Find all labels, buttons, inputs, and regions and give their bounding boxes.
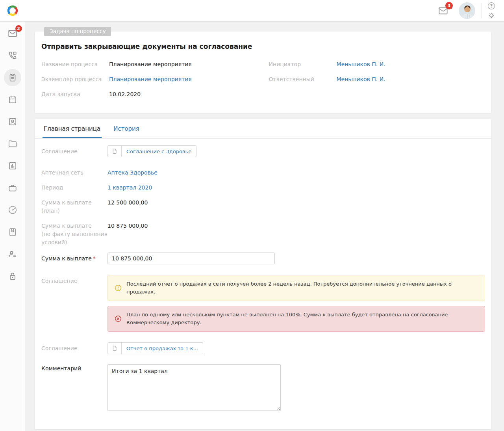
row-comment: Комментарий Итоги за 1 квартал (41, 364, 485, 413)
required-mark: * (93, 255, 96, 262)
bar-chart-icon (7, 161, 18, 171)
row-pharmacy-network: Аптечная сеть Аптека Здоровье (41, 169, 485, 177)
row-alerts: Соглашение Последний отчет о продажах в … (41, 275, 485, 332)
phone-chat-icon (7, 50, 18, 61)
gear-icon (487, 11, 495, 19)
warning-alert: Последний отчет о продажах в сети получе… (107, 275, 485, 301)
field-label: Сумма к выплате (план) (41, 199, 107, 215)
field-label: Сумма к выплате* (41, 253, 107, 264)
field-label: Комментарий (41, 364, 107, 413)
document-chip-label: Соглашение с Здоровье (122, 146, 196, 157)
lock-icon (7, 271, 18, 281)
sidebar-item-reports[interactable] (4, 157, 21, 175)
process-instance-link[interactable]: Планирование мероприятия (109, 75, 192, 84)
row-amount-input: Сумма к выплате* (41, 253, 485, 264)
sidebar-item-assignments[interactable] (4, 245, 21, 263)
task-header-card: Задача по процессу Отправить закрывающие… (35, 32, 491, 113)
briefcase-icon (7, 183, 18, 193)
report-document-chip[interactable]: Отчет о продажах за 1 к... (107, 342, 203, 354)
contact-card-icon (7, 117, 18, 127)
field-start-date: Дата запуска 10.02.2020 (41, 90, 263, 99)
sidebar-item-kpi[interactable] (4, 201, 21, 219)
field-label: Название процесса (41, 60, 109, 69)
sidebar: 3 (0, 22, 25, 431)
amount-plan-value: 12 500 000,00 (107, 199, 485, 215)
task-type-badge: Задача по процессу (44, 27, 111, 36)
row-amount-fact: Сумма к выплате (по факту выполнения усл… (41, 222, 485, 247)
sidebar-item-contacts[interactable] (4, 113, 21, 130)
topbar: 3 ? (0, 0, 504, 22)
field-label: Экземпляр процесса (41, 75, 109, 84)
settings-button[interactable] (487, 11, 495, 19)
comment-textarea[interactable]: Итоги за 1 квартал (107, 364, 281, 411)
app-logo-icon[interactable] (6, 4, 19, 17)
messages-button[interactable]: 3 (438, 6, 448, 16)
document-icon (108, 146, 122, 157)
field-label: Инициатор (269, 60, 337, 69)
field-label: Соглашение (41, 342, 107, 354)
sidebar-item-knowledge[interactable] (4, 223, 21, 241)
warning-icon (114, 284, 122, 292)
document-icon (108, 343, 122, 354)
user-list-icon (7, 249, 18, 259)
field-label: Сумма к выплате (по факту выполнения усл… (41, 222, 107, 247)
document-chip-label: Отчет о продажах за 1 к... (122, 343, 203, 354)
folder-icon (7, 139, 18, 149)
error-alert: План по одному или нескольким пунктам не… (107, 306, 485, 332)
sidebar-item-calls[interactable] (4, 47, 21, 64)
field-label: Аптечная сеть (41, 169, 107, 177)
row-period: Период 1 квартал 2020 (41, 184, 485, 192)
field-label: Соглашение (41, 145, 107, 157)
main-content: Задача по процессу Отправить закрывающие… (25, 22, 504, 431)
field-label: Соглашение (41, 275, 107, 332)
error-text: План по одному или нескольким пунктам не… (126, 311, 478, 327)
sidebar-item-calendar[interactable] (4, 91, 21, 108)
help-icon[interactable]: ? (488, 2, 495, 9)
messages-count-badge: 3 (445, 2, 453, 9)
topbar-divider (482, 3, 482, 18)
pharmacy-network-link[interactable]: Аптека Здоровье (107, 169, 158, 176)
mail-count-badge: 3 (15, 25, 22, 32)
responsible-link[interactable]: Меньшиков П. И. (337, 75, 385, 84)
field-label: Дата запуска (41, 90, 109, 99)
agreement-document-chip[interactable]: Соглашение с Здоровье (107, 145, 196, 157)
task-body-card: Главная страница История Соглашение (35, 119, 491, 429)
field-initiator: Инициатор Меньшиков П. И. (269, 60, 484, 69)
field-process-instance: Экземпляр процесса Планирование мероприя… (41, 75, 263, 84)
initiator-link[interactable]: Меньшиков П. И. (337, 60, 385, 69)
field-responsible: Ответственный Меньшиков П. И. (269, 75, 484, 84)
calendar-icon (7, 95, 18, 105)
sidebar-item-security[interactable] (4, 268, 21, 285)
error-icon (114, 315, 122, 323)
sidebar-item-projects[interactable] (4, 179, 21, 197)
sidebar-item-tasks[interactable] (4, 69, 21, 86)
gauge-icon (7, 205, 18, 215)
field-process-name: Название процесса Планирование мероприят… (41, 60, 263, 69)
warning-text: Последний отчет о продажах в сети получе… (126, 280, 478, 296)
field-value: 10.02.2020 (109, 90, 141, 99)
row-agreement-doc: Соглашение Соглашение с Здоровье (41, 145, 485, 157)
avatar[interactable] (459, 2, 475, 19)
tasks-clipboard-icon (7, 72, 18, 83)
sidebar-item-mail[interactable]: 3 (4, 25, 21, 42)
tab-history[interactable]: История (112, 119, 141, 138)
field-value: Планирование мероприятия (109, 60, 192, 69)
field-label: Период (41, 184, 107, 192)
sidebar-item-documents[interactable] (4, 135, 21, 152)
tab-main-page[interactable]: Главная страница (43, 119, 102, 138)
row-amount-plan: Сумма к выплате (план) 12 500 000,00 (41, 199, 485, 215)
amount-fact-value: 10 875 000,00 (107, 222, 485, 247)
book-bookmark-icon (7, 227, 18, 237)
amount-input[interactable] (107, 253, 275, 264)
field-label: Ответственный (269, 75, 337, 84)
task-form: Соглашение Соглашение с Здоровье (35, 139, 491, 429)
period-link[interactable]: 1 квартал 2020 (107, 184, 152, 191)
page-title: Отправить закрывающие документы на согла… (41, 43, 484, 50)
row-report-doc: Соглашение Отчет о продажах за 1 к... (41, 342, 485, 354)
tab-bar: Главная страница История (35, 119, 491, 139)
